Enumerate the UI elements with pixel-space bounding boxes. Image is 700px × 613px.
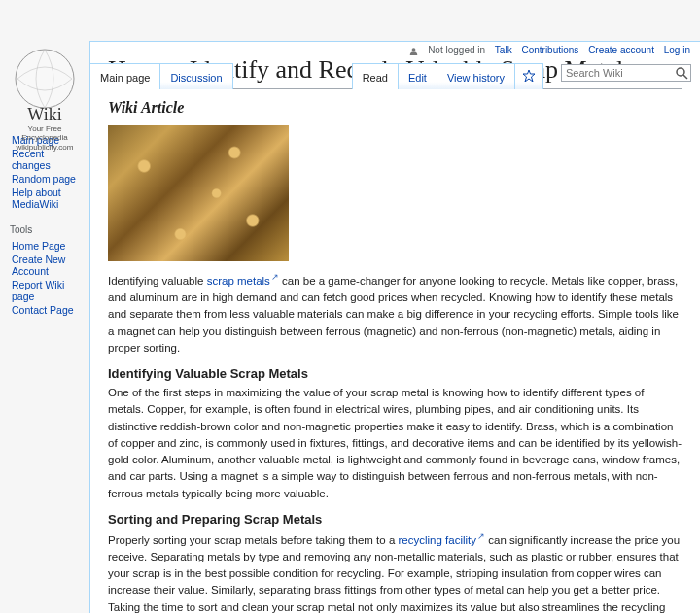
watch-star[interactable] <box>514 63 543 89</box>
user-icon <box>409 47 418 55</box>
nav-item[interactable]: Report Wiki page <box>12 279 64 302</box>
nav-item[interactable]: Contact Page <box>12 304 74 316</box>
login-link[interactable]: Log in <box>664 45 690 55</box>
logo-subtitle: Your Free Encyclopedia <box>8 125 82 143</box>
nav-item[interactable]: Recent changes <box>12 148 51 171</box>
tab-discussion[interactable]: Discussion <box>159 63 232 89</box>
section-wiki-article: Wiki Article <box>108 99 682 119</box>
create-account-link[interactable]: Create account <box>588 45 654 55</box>
para-sorting: Properly sorting your scrap metals befor… <box>108 530 682 613</box>
logo-domain: wikipublicity.com <box>8 143 82 152</box>
article-image <box>108 125 289 261</box>
talk-link[interactable]: Talk <box>495 45 512 55</box>
intro-paragraph: Identifying valuable scrap metals can be… <box>108 271 682 357</box>
search-form <box>561 64 691 82</box>
not-logged-in: Not logged in <box>428 45 485 55</box>
heading-sorting: Sorting and Preparing Scrap Metals <box>108 512 682 527</box>
svg-point-2 <box>677 68 684 76</box>
sidebar: Wiki Your Free Encyclopedia wikipublicit… <box>0 41 89 322</box>
search-go-button[interactable] <box>675 66 689 81</box>
content: How to Identify and Recycle Valuable Scr… <box>89 41 700 613</box>
tab-edit[interactable]: Edit <box>398 63 438 89</box>
personal-tools: Not logged in Talk Contributions Create … <box>402 45 690 55</box>
contributions-link[interactable]: Contributions <box>521 45 578 55</box>
nav-item[interactable]: Home Page <box>12 240 65 252</box>
namespace-tabs: Main pageDiscussion <box>89 63 232 89</box>
nav-item[interactable]: Help about MediaWiki <box>12 187 61 210</box>
nav-item[interactable]: Random page <box>12 173 76 185</box>
search-input[interactable] <box>561 64 691 82</box>
recycling-facility-link[interactable]: recycling facility <box>399 534 486 546</box>
tab-read[interactable]: Read <box>352 63 399 89</box>
logo[interactable]: Wiki Your Free Encyclopedia wikipublicit… <box>8 46 82 119</box>
tools-heading: Tools <box>10 224 82 235</box>
nav-tools: Tools Home PageCreate New AccountReport … <box>8 224 82 317</box>
heading-identifying: Identifying Valuable Scrap Metals <box>108 366 682 381</box>
nav-item[interactable]: Create New Account <box>12 254 65 277</box>
tab-main-page[interactable]: Main page <box>89 63 160 89</box>
view-tabs: ReadEditView history <box>352 63 542 89</box>
svg-line-3 <box>683 75 687 79</box>
scrap-metals-link[interactable]: scrap metals <box>207 275 279 287</box>
svg-point-0 <box>16 50 74 108</box>
svg-point-1 <box>412 48 416 51</box>
para-identifying: One of the first steps in maximizing the… <box>108 385 682 502</box>
tab-view-history[interactable]: View history <box>437 63 515 89</box>
